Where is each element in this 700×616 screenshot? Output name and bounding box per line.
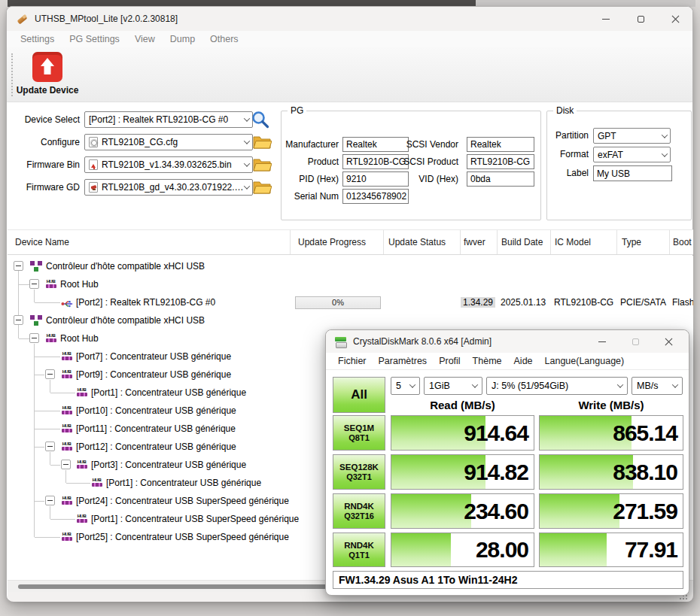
- configure-combobox[interactable]: RTL9210B_CG.cfg: [84, 134, 253, 150]
- pid-value: 9210: [346, 174, 367, 184]
- build-date-cell: 2025.01.13: [501, 297, 546, 308]
- unit-combobox[interactable]: MB/s: [632, 377, 683, 395]
- tree-row-controller-1[interactable]: Contrôleur d'hôte compatible xHCI USB: [8, 257, 693, 275]
- close-button[interactable]: [657, 330, 680, 353]
- comment-field[interactable]: FW1.34.29 Asus A1 1To Win11-24H2: [333, 571, 683, 589]
- partition-combobox[interactable]: GPT: [593, 128, 671, 144]
- menu-fichier[interactable]: Fichier: [332, 356, 373, 366]
- update-device-button[interactable]: Update Device: [14, 52, 81, 96]
- close-button[interactable]: [658, 7, 692, 31]
- usb-hub-icon: [61, 405, 72, 415]
- format-combobox[interactable]: exFAT: [593, 147, 671, 162]
- rnd4k-q32t16-button[interactable]: RND4K Q32T16: [333, 493, 385, 529]
- browse-firmware-bin-folder-icon[interactable]: [252, 156, 272, 173]
- test-size-combobox[interactable]: 1GiB: [424, 377, 482, 395]
- volume-label-field[interactable]: My USB: [593, 165, 672, 181]
- menu-dump[interactable]: Dump: [163, 34, 202, 44]
- toolbar-grip[interactable]: [11, 53, 13, 96]
- tree-row-label: Contrôleur d'hôte compatible xHCI USB: [46, 261, 205, 272]
- test-size-value: 1GiB: [429, 381, 450, 391]
- seq128k-q32t1-button[interactable]: SEQ128K Q32T1: [333, 454, 385, 490]
- tree-row-label: [Port25] : Concentrateur USB SuperSpeed …: [76, 532, 289, 542]
- menu-others[interactable]: Others: [202, 34, 246, 44]
- usb-hub-icon: [61, 442, 72, 451]
- menu-parametres[interactable]: Paramètres: [373, 356, 434, 366]
- search-device-icon[interactable]: [251, 110, 270, 129]
- write-value: 838.10: [613, 460, 677, 485]
- product-value: RTL9210B-CG: [346, 156, 406, 167]
- usb-hub-icon: [76, 387, 87, 397]
- menu-langue[interactable]: Langue(Language): [539, 356, 631, 366]
- col-fwver[interactable]: fwver: [464, 237, 485, 247]
- menu-pg-settings[interactable]: PG Settings: [62, 34, 127, 44]
- menu-settings[interactable]: Settings: [13, 34, 62, 44]
- product-field[interactable]: RTL9210B-CG: [342, 154, 409, 169]
- tree-row-label: [Port1] : Concentrateur USB SuperSpeed g…: [91, 514, 299, 524]
- menu-profil[interactable]: Profil: [433, 356, 466, 366]
- scsi-vendor-field[interactable]: Realtek: [467, 137, 534, 152]
- usb-hub-icon: [61, 351, 72, 361]
- tree-row-label: [Port1] : Concentrateur USB générique: [106, 478, 261, 488]
- browse-config-folder-icon[interactable]: [252, 134, 272, 150]
- tree-row-controller-2[interactable]: Contrôleur d'hôte compatible xHCI USB: [8, 311, 693, 329]
- browse-firmware-gd-folder-icon[interactable]: [252, 179, 272, 196]
- pid-field[interactable]: 9210: [342, 171, 409, 187]
- col-type[interactable]: Type: [622, 237, 641, 247]
- firmware-gd-value: RTL9210B_gd_v4.30.23.071922.bin: [102, 182, 245, 193]
- rnd4k-q1t1-button[interactable]: RND4K Q1T1: [333, 533, 385, 567]
- col-ic-model[interactable]: IC Model: [555, 237, 591, 247]
- serial-num-field[interactable]: 012345678902: [342, 189, 409, 204]
- tree-row-label: [Port10] : Concentrateur USB générique: [76, 405, 236, 416]
- collapse-toggle-icon[interactable]: [29, 333, 39, 343]
- tree-row-label: [Port2] : Realtek RTL9210B-CG #0: [76, 297, 215, 308]
- pg-groupbox: PG Manufacturer Realtek Product RTL9210B…: [281, 111, 541, 220]
- col-boot[interactable]: Boot: [673, 237, 692, 247]
- collapse-toggle-icon[interactable]: [29, 279, 39, 289]
- collapse-toggle-icon[interactable]: [45, 369, 55, 379]
- firmware-gd-combobox[interactable]: RTL9210B_gd_v4.30.23.071922.bin: [84, 179, 253, 196]
- manufacturer-field[interactable]: Realtek: [342, 137, 409, 152]
- tree-row-root-hub-1[interactable]: Root Hub: [8, 275, 693, 293]
- collapse-toggle-icon[interactable]: [14, 261, 23, 271]
- vid-field[interactable]: 0bda: [467, 171, 534, 187]
- test-queue-threads: Q32T16: [344, 511, 374, 520]
- menu-view[interactable]: View: [127, 34, 163, 44]
- col-device-name[interactable]: Device Name: [15, 237, 69, 247]
- collapse-toggle-icon[interactable]: [61, 460, 71, 469]
- target-drive-combobox[interactable]: J: 5% (51/954GiB): [486, 377, 628, 395]
- seq1m-q8t1-button[interactable]: SEQ1M Q8T1: [333, 415, 385, 451]
- device-select-combobox[interactable]: [Port2] : Realtek RTL9210B-CG #0: [84, 111, 253, 128]
- collapse-toggle-icon[interactable]: [14, 315, 23, 325]
- chevron-down-icon: [244, 183, 250, 189]
- fwver-value: 1.34.29: [461, 297, 495, 308]
- menu-aide[interactable]: Aide: [508, 356, 539, 366]
- format-value: exFAT: [598, 150, 623, 160]
- col-update-status[interactable]: Update Status: [388, 237, 446, 247]
- minimize-button[interactable]: [589, 7, 623, 31]
- test-name: RND4K: [344, 541, 374, 550]
- usb-hub-icon: [91, 478, 102, 487]
- firmware-bin-combobox[interactable]: RTL9210B_v1.34.39.032625.bin: [84, 156, 253, 173]
- test-queue-threads: Q32T1: [346, 472, 372, 481]
- col-update-progress[interactable]: Update Progress: [298, 237, 366, 247]
- scsi-vendor-value: Realtek: [470, 139, 501, 150]
- tree-row-label: [Port11] : Concentrateur USB générique: [76, 423, 236, 434]
- column-divider: [497, 230, 498, 254]
- disk-app-icon: [335, 336, 347, 347]
- scsi-product-field[interactable]: RTL9210B-CG: [467, 154, 534, 169]
- chevron-down-icon: [244, 115, 250, 121]
- minimize-button[interactable]: [591, 330, 613, 353]
- cdm-titlebar: CrystalDiskMark 8.0.6 x64 [Admin]: [326, 330, 689, 353]
- rnd4k32-read-cell: 234.60: [391, 493, 534, 529]
- collapse-toggle-icon[interactable]: [45, 496, 55, 505]
- firmware-file-icon: [89, 159, 98, 170]
- run-all-button[interactable]: All: [333, 377, 385, 413]
- tree-row-port2-device[interactable]: [Port2] : Realtek RTL9210B-CG #0 0% 1.34…: [8, 293, 693, 311]
- mptool-menubar: Settings PG Settings View Dump Others: [7, 31, 692, 47]
- menu-theme[interactable]: Thème: [467, 356, 508, 366]
- maximize-button[interactable]: [623, 7, 658, 31]
- col-build-date[interactable]: Build Date: [501, 237, 543, 247]
- read-value: 914.64: [464, 420, 528, 446]
- collapse-toggle-icon[interactable]: [45, 442, 55, 451]
- test-count-combobox[interactable]: 5: [391, 377, 420, 395]
